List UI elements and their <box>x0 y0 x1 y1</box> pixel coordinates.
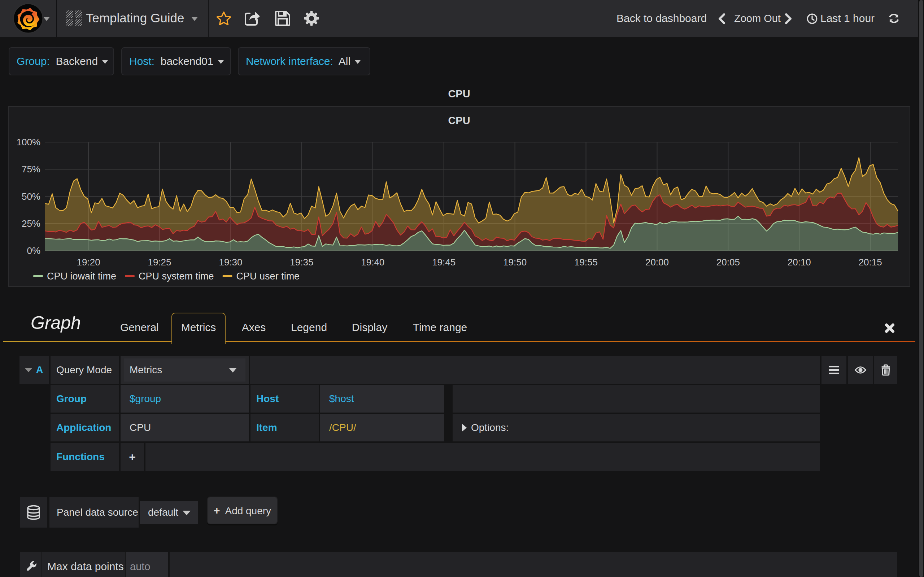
svg-text:20:15: 20:15 <box>859 257 882 268</box>
svg-text:19:35: 19:35 <box>290 257 313 268</box>
svg-text:75%: 75% <box>22 164 40 174</box>
svg-text:CPU system time: CPU system time <box>139 271 214 282</box>
svg-text:20:05: 20:05 <box>716 257 740 268</box>
svg-text:CPU iowait time: CPU iowait time <box>47 271 116 282</box>
svg-text:19:45: 19:45 <box>432 257 456 268</box>
svg-text:19:30: 19:30 <box>219 257 242 268</box>
svg-text:19:25: 19:25 <box>148 257 171 268</box>
svg-text:25%: 25% <box>22 218 40 229</box>
svg-text:19:50: 19:50 <box>503 257 527 268</box>
svg-text:19:55: 19:55 <box>574 257 598 268</box>
svg-text:50%: 50% <box>22 191 40 202</box>
svg-text:100%: 100% <box>16 137 41 148</box>
svg-text:CPU user time: CPU user time <box>236 271 300 282</box>
svg-text:19:20: 19:20 <box>77 257 100 268</box>
svg-text:0%: 0% <box>27 245 40 256</box>
svg-text:20:10: 20:10 <box>788 257 811 268</box>
svg-text:20:00: 20:00 <box>645 257 669 268</box>
svg-text:19:40: 19:40 <box>361 257 384 268</box>
